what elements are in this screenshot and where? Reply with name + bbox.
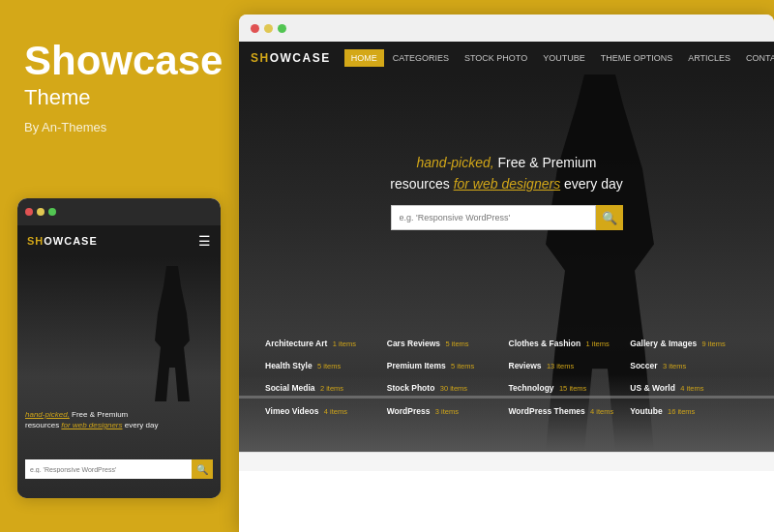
mobile-search-bar: 🔍 <box>25 459 213 479</box>
cat-count: 4 items <box>324 407 347 416</box>
mobile-hamburger-icon[interactable]: ☰ <box>198 233 211 249</box>
cat-name: Youtube <box>630 406 662 416</box>
desktop-hero: hand-picked, Free & Premium resources fo… <box>239 74 774 452</box>
mobile-preview: SHOWCASE ☰ hand-picked, Free & Premium r… <box>17 198 221 498</box>
cat-count: 5 items <box>445 340 468 348</box>
cat-count: 3 items <box>435 407 459 416</box>
cat-name: Soccer <box>630 361 657 370</box>
theme-byline: By An-Themes <box>24 120 213 134</box>
mobile-minimize-dot <box>37 208 45 216</box>
mobile-window-controls <box>25 208 56 216</box>
mobile-search-button[interactable]: 🔍 <box>192 459 213 479</box>
desktop-search-input[interactable] <box>391 205 596 230</box>
mobile-nav: SHOWCASE ☰ <box>17 225 221 256</box>
cat-count: 1 items <box>586 340 610 348</box>
nav-item-articles[interactable]: ARTICLES <box>681 49 737 67</box>
cat-count: 30 items <box>440 384 467 393</box>
list-item[interactable]: Reviews 13 items <box>507 355 629 377</box>
list-item[interactable]: Cars Reviews 5 items <box>385 333 507 355</box>
left-panel: Showcase Theme By An-Themes SHOWCASE ☰ h… <box>0 0 237 532</box>
cat-name: Vimeo Videos <box>265 406 318 416</box>
list-item[interactable]: WordPress Themes 4 items <box>507 400 629 423</box>
cat-name: WordPress Themes <box>509 406 585 416</box>
theme-subtitle: Theme <box>24 85 213 110</box>
mobile-bg: hand-picked, Free & Premium resources fo… <box>17 256 221 498</box>
mobile-logo-highlight: SH <box>27 235 44 247</box>
cat-name: Premium Items <box>387 361 446 370</box>
cat-count: 4 items <box>590 407 613 416</box>
cat-name: Stock Photo <box>387 383 435 393</box>
list-item[interactable]: Technology 15 items <box>507 377 629 399</box>
desktop-hero-text: hand-picked, Free & Premium resources fo… <box>239 152 774 195</box>
desktop-bottom-bar <box>239 452 774 471</box>
cat-count: 16 items <box>668 407 695 416</box>
desktop-nav: SHOWCASE HOME CATEGORIES STOCK PHOTO YOU… <box>239 42 774 74</box>
cat-count: 9 items <box>702 340 726 348</box>
mobile-headline-em2: for web designers <box>61 421 122 429</box>
desktop-logo: SHOWCASE <box>251 51 331 65</box>
nav-item-categories[interactable]: CATEGORIES <box>386 49 456 67</box>
mobile-logo: SHOWCASE <box>27 235 98 247</box>
mobile-close-dot <box>25 208 33 216</box>
desktop-logo-highlight: SH <box>251 51 270 65</box>
desktop-headline: hand-picked, Free & Premium resources fo… <box>239 152 774 195</box>
cat-count: 3 items <box>663 362 686 370</box>
mobile-headline: hand-picked, Free & Premium resources fo… <box>25 409 213 430</box>
cat-name: Architecture Art <box>265 339 327 348</box>
list-item[interactable]: Architecture Art 1 items <box>263 333 385 355</box>
nav-item-contact[interactable]: CONTACT <box>739 49 774 67</box>
list-item[interactable]: Health Style 5 items <box>263 355 385 377</box>
cat-count: 1 items <box>333 340 356 348</box>
cat-count: 2 items <box>320 384 343 393</box>
nav-item-youtube[interactable]: YOUTUBE <box>536 49 592 67</box>
list-item[interactable]: Gallery & Images 9 items <box>628 333 750 355</box>
list-item[interactable]: Clothes & Fashion 1 items <box>507 333 629 355</box>
cat-count: 5 items <box>451 362 474 370</box>
desktop-search-button[interactable]: 🔍 <box>596 205 623 230</box>
mobile-headline-em: hand-picked, <box>25 410 70 419</box>
desktop-expand-dot <box>278 24 286 33</box>
desktop-headline-underline: for web designers <box>454 176 561 192</box>
mobile-hero: hand-picked, Free & Premium resources fo… <box>17 256 221 498</box>
desktop-close-dot <box>251 24 259 33</box>
list-item[interactable]: Vimeo Videos 4 items <box>263 400 385 423</box>
list-item[interactable]: Soccer 3 items <box>628 355 750 377</box>
desktop-titlebar <box>239 15 774 42</box>
cat-name: Cars Reviews <box>387 339 440 348</box>
mobile-search-input[interactable] <box>25 459 192 479</box>
cat-name: Reviews <box>509 361 542 370</box>
list-item[interactable]: Stock Photo 30 items <box>385 377 507 399</box>
mobile-hero-text: hand-picked, Free & Premium resources fo… <box>25 409 213 430</box>
desktop-search-bar: 🔍 <box>391 205 623 230</box>
cat-name: Social Media <box>265 383 315 393</box>
desktop-minimize-dot <box>264 24 273 33</box>
nav-item-theme-options[interactable]: THEME OPTIONS <box>594 49 680 67</box>
cat-count: 5 items <box>317 362 341 370</box>
cat-count: 4 items <box>680 384 703 393</box>
cat-count: 13 items <box>547 362 574 370</box>
cat-name: Gallery & Images <box>630 339 697 348</box>
desktop-window-controls <box>251 24 286 33</box>
cat-name: Health Style <box>265 361 313 370</box>
mobile-titlebar <box>17 198 221 225</box>
theme-title: Showcase <box>24 39 213 83</box>
desktop-headline-em1: hand-picked, <box>417 155 494 170</box>
mobile-figure-silhouette <box>143 266 201 401</box>
cat-name: US & World <box>630 383 675 393</box>
cat-name: Clothes & Fashion <box>509 339 581 348</box>
cat-name: Technology <box>509 383 554 393</box>
list-item[interactable]: Youtube 16 items <box>628 400 750 423</box>
list-item[interactable]: WordPress 3 items <box>385 400 507 423</box>
nav-item-stock-photo[interactable]: STOCK PHOTO <box>458 49 534 67</box>
cat-count: 15 items <box>559 384 586 393</box>
mobile-expand-dot <box>48 208 56 216</box>
list-item[interactable]: Social Media 2 items <box>263 377 385 399</box>
list-item[interactable]: Premium Items 5 items <box>385 355 507 377</box>
nav-item-home[interactable]: HOME <box>344 49 384 67</box>
cat-name: WordPress <box>387 406 431 416</box>
desktop-preview: SHOWCASE HOME CATEGORIES STOCK PHOTO YOU… <box>239 15 774 532</box>
categories-grid: Architecture Art 1 items Cars Reviews 5 … <box>239 333 774 423</box>
list-item[interactable]: US & World 4 items <box>628 377 750 399</box>
